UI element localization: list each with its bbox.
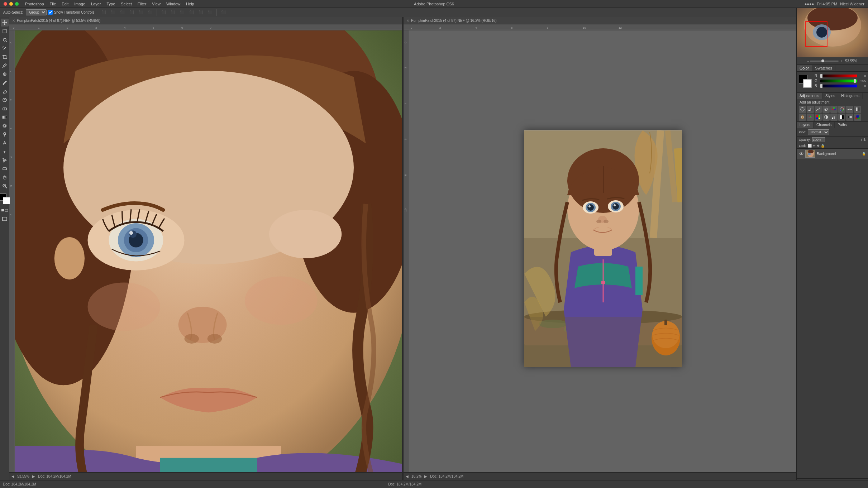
show-transform-checkbox[interactable]: Show Transform Controls — [48, 10, 94, 15]
path-select-tool[interactable] — [1, 156, 9, 164]
right-close-btn[interactable]: ✕ — [406, 19, 409, 23]
layer-visibility-icon[interactable] — [799, 151, 804, 156]
gradient-tool[interactable] — [1, 113, 9, 121]
menu-view[interactable]: View — [149, 1, 163, 7]
left-close-btn[interactable]: ✕ — [12, 19, 15, 23]
zoom-tool[interactable] — [1, 182, 9, 190]
align-icon-2[interactable]: ⬛ — [109, 10, 117, 15]
healing-brush-tool[interactable] — [1, 70, 9, 78]
menu-image[interactable]: Image — [71, 1, 88, 7]
text-tool[interactable]: T — [1, 148, 9, 156]
navigator-zoom-handle[interactable] — [821, 59, 824, 62]
g-slider[interactable] — [820, 80, 857, 82]
posterize-icon[interactable] — [830, 114, 838, 121]
lock-transparent-icon[interactable]: ⬜ — [808, 144, 812, 148]
distribute-icon-4[interactable]: ⬛ — [187, 10, 195, 15]
menu-photoshop[interactable]: Photoshop — [22, 1, 47, 7]
align-icon-4[interactable]: ⬛ — [128, 10, 135, 15]
arrange-icon[interactable]: ⬛ — [219, 10, 227, 15]
close-button[interactable] — [4, 2, 7, 6]
distribute-icon-5[interactable]: ⬛ — [197, 10, 205, 15]
invert-icon[interactable] — [822, 114, 830, 121]
foreground-background-color[interactable] — [0, 193, 10, 204]
pen-tool[interactable] — [1, 139, 9, 147]
magic-wand-tool[interactable] — [1, 44, 9, 52]
curves-icon[interactable] — [815, 106, 822, 113]
dodge-tool[interactable] — [1, 130, 9, 138]
lasso-tool[interactable] — [1, 36, 9, 44]
menu-layer[interactable]: Layer — [88, 1, 104, 7]
distribute-icon-3[interactable]: ⬛ — [178, 10, 186, 15]
b-slider-thumb[interactable] — [820, 84, 822, 88]
left-forward-arrow[interactable]: ▶ — [32, 474, 35, 478]
move-tool[interactable] — [1, 19, 9, 27]
auto-select-dropdown[interactable]: Group Layer — [26, 9, 47, 15]
blending-mode-select[interactable]: Normal Multiply Screen Overlay — [808, 129, 829, 135]
r-slider-thumb[interactable] — [820, 74, 822, 78]
left-panel-tab[interactable]: ✕ PumpkinPatch2015 (4 of 87).NEF @ 53.5%… — [9, 17, 402, 24]
histograms-tab[interactable]: Histograms — [838, 93, 863, 99]
history-brush-tool[interactable] — [1, 96, 9, 104]
navigator-zoom-slider[interactable] — [810, 61, 839, 62]
align-icon-1[interactable]: ⬛ — [100, 10, 108, 15]
color-tab[interactable]: Color — [797, 65, 812, 71]
shape-tool[interactable] — [1, 165, 9, 173]
photo-filter-icon[interactable] — [799, 114, 806, 121]
background-color-swatch[interactable] — [803, 79, 812, 88]
left-scroll-to-start[interactable]: ◀ — [11, 474, 14, 478]
background-color[interactable] — [3, 197, 10, 204]
b-slider[interactable] — [820, 85, 857, 87]
right-panel-tab[interactable]: ✕ PumpkinPatch2015 (4 of 87).NEF @ 16.2%… — [404, 17, 796, 24]
menu-type[interactable]: Type — [104, 1, 118, 7]
black-white-icon[interactable] — [854, 106, 861, 113]
gradient-map-icon[interactable] — [846, 114, 853, 121]
menu-filter[interactable]: Filter — [135, 1, 149, 7]
menu-edit[interactable]: Edit — [59, 1, 71, 7]
swatches-tab[interactable]: Swatches — [812, 65, 835, 71]
distribute-icon-1[interactable]: ⬛ — [159, 10, 167, 15]
brush-tool[interactable] — [1, 79, 9, 87]
align-icon-5[interactable]: ⬛ — [137, 10, 145, 15]
distribute-icon-2[interactable]: ⬛ — [169, 10, 177, 15]
right-scroll-to-start[interactable]: ◀ — [406, 474, 409, 478]
background-layer[interactable]: Background 🔒 — [797, 149, 868, 159]
vibrance-icon[interactable] — [830, 106, 838, 113]
hand-tool[interactable] — [1, 173, 9, 181]
paths-tab[interactable]: Paths — [835, 122, 850, 128]
lock-paint-icon[interactable]: ✏ — [813, 144, 816, 148]
minimize-button[interactable] — [9, 2, 13, 6]
maximize-button[interactable] — [15, 2, 19, 6]
lock-all-icon[interactable]: 🔒 — [821, 144, 825, 148]
distribute-icon-6[interactable]: ⬛ — [206, 10, 214, 15]
exposure-icon[interactable] — [822, 106, 830, 113]
channel-mixer-icon[interactable] — [807, 114, 814, 121]
selective-color-icon[interactable] — [854, 114, 861, 121]
channels-tab[interactable]: Channels — [814, 122, 835, 128]
menu-select[interactable]: Select — [118, 1, 135, 7]
opacity-input[interactable] — [812, 137, 825, 142]
fg-bg-colors[interactable] — [799, 75, 812, 88]
layers-tab[interactable]: Layers — [797, 122, 814, 128]
align-icon-3[interactable]: ⬛ — [118, 10, 126, 15]
menu-help[interactable]: Help — [183, 1, 197, 7]
right-forward-arrow[interactable]: ▶ — [424, 474, 427, 478]
r-slider[interactable] — [820, 75, 857, 77]
clone-stamp-tool[interactable] — [1, 87, 9, 95]
zoom-in-icon[interactable]: + — [840, 59, 842, 63]
adjustments-tab[interactable]: Adjustments — [797, 93, 822, 99]
blur-tool[interactable] — [1, 122, 9, 130]
eyedropper-tool[interactable] — [1, 62, 9, 70]
navigator-thumbnail[interactable] — [797, 7, 868, 57]
brightness-contrast-icon[interactable] — [799, 106, 806, 113]
color-lookup-icon[interactable] — [815, 114, 822, 121]
levels-icon[interactable] — [807, 106, 814, 113]
align-icon-6[interactable]: ⬛ — [146, 10, 154, 15]
menu-window[interactable]: Window — [163, 1, 183, 7]
screen-mode-toggle[interactable] — [1, 215, 9, 223]
hue-saturation-icon[interactable] — [838, 106, 845, 113]
zoom-out-icon[interactable]: - — [807, 59, 809, 63]
color-balance-icon[interactable] — [846, 106, 853, 113]
styles-tab[interactable]: Styles — [822, 93, 838, 99]
threshold-icon[interactable] — [838, 114, 845, 121]
layer-thumbnail[interactable] — [805, 150, 815, 158]
